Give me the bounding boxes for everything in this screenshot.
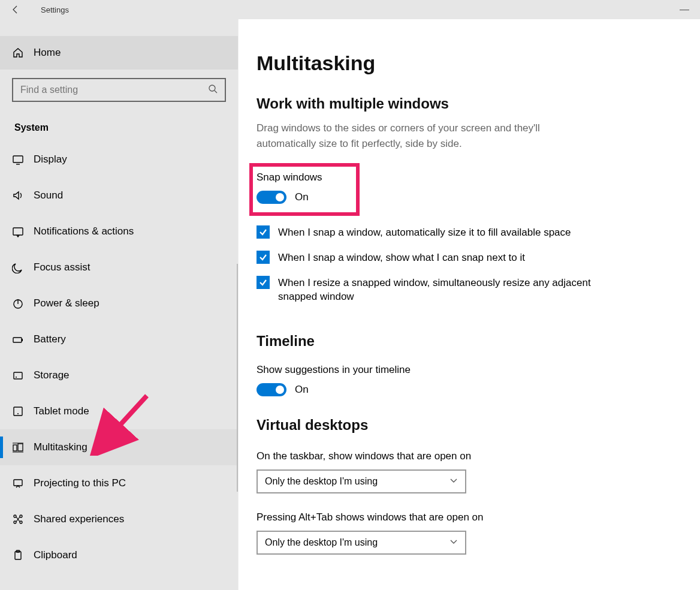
- notifications-icon: [12, 225, 34, 237]
- sidebar-item-label: Focus assist: [34, 261, 90, 273]
- sidebar: Home System DisplaySoundNotifications & …: [0, 19, 238, 590]
- multitasking-icon: [12, 441, 34, 453]
- sidebar-item-label: Shared experiences: [34, 513, 124, 525]
- sidebar-item-label: Storage: [34, 369, 70, 381]
- search-icon: [208, 84, 218, 96]
- vdesktops-dd1-label: On the taskbar, show windows that are op…: [257, 450, 678, 462]
- sidebar-item-tablet[interactable]: Tablet mode: [0, 393, 238, 429]
- sidebar-item-label: Display: [34, 153, 67, 165]
- svg-rect-24: [15, 552, 21, 559]
- clipboard-icon: [12, 549, 34, 561]
- snap-toggle-label: Snap windows: [257, 171, 322, 183]
- svg-rect-7: [13, 338, 22, 342]
- minimize-button[interactable]: —: [672, 4, 696, 15]
- sidebar-item-label: Sound: [34, 189, 63, 201]
- svg-point-0: [209, 85, 215, 91]
- sidebar-item-label: Multitasking: [34, 441, 88, 453]
- sidebar-nav: DisplaySoundNotifications & actionsFocus…: [0, 142, 238, 590]
- svg-point-10: [16, 377, 17, 378]
- window-title: Settings: [41, 5, 69, 14]
- sidebar-item-storage[interactable]: Storage: [0, 357, 238, 393]
- sidebar-item-label: Power & sleep: [34, 297, 99, 309]
- shared-icon: [12, 513, 34, 525]
- sidebar-home-label: Home: [34, 47, 61, 59]
- snap-checkbox-label: When I snap a window, show what I can sn…: [278, 251, 525, 265]
- snap-checkbox-0[interactable]: [257, 225, 270, 239]
- sidebar-item-clipboard[interactable]: Clipboard: [0, 537, 238, 573]
- vdesktops-dd2-value: Only the desktop I'm using: [265, 537, 378, 548]
- section-snap-description: Drag windows to the sides or corners of …: [257, 121, 592, 151]
- battery-icon: [12, 333, 34, 345]
- svg-line-1: [215, 91, 217, 93]
- focus-icon: [12, 261, 34, 273]
- section-vdesktops-heading: Virtual desktops: [257, 417, 678, 434]
- svg-point-19: [20, 515, 22, 517]
- sound-icon: [12, 189, 34, 201]
- sidebar-item-battery[interactable]: Battery: [0, 321, 238, 357]
- sidebar-item-sound[interactable]: Sound: [0, 177, 238, 213]
- snap-checkbox-1[interactable]: [257, 251, 270, 264]
- section-snap-heading: Work with multiple windows: [257, 95, 678, 112]
- chevron-down-icon: [449, 537, 458, 548]
- sidebar-item-label: Tablet mode: [34, 405, 89, 417]
- sidebar-item-focus[interactable]: Focus assist: [0, 249, 238, 285]
- sidebar-item-projecting[interactable]: Projecting to this PC: [0, 465, 238, 501]
- snap-toggle-state: On: [295, 191, 309, 203]
- svg-rect-4: [13, 228, 23, 235]
- svg-rect-9: [14, 372, 22, 379]
- title-bar: Settings —: [0, 0, 700, 19]
- timeline-toggle[interactable]: [257, 383, 286, 396]
- search-box[interactable]: [12, 78, 226, 102]
- home-icon: [12, 47, 34, 59]
- svg-rect-2: [13, 156, 23, 162]
- vdesktops-dd1-value: Only the desktop I'm using: [265, 476, 378, 487]
- storage-icon: [12, 369, 34, 381]
- snap-checkbox-2[interactable]: [257, 276, 270, 289]
- sidebar-group-label: System: [0, 102, 238, 142]
- sidebar-home[interactable]: Home: [0, 36, 238, 70]
- sidebar-item-label: Projecting to this PC: [34, 477, 126, 489]
- svg-point-18: [14, 515, 16, 517]
- snap-checkbox-label: When I snap a window, automatically size…: [278, 225, 571, 240]
- tablet-icon: [12, 405, 34, 417]
- sidebar-item-power[interactable]: Power & sleep: [0, 285, 238, 321]
- svg-point-12: [17, 413, 19, 414]
- svg-rect-14: [18, 444, 23, 451]
- sidebar-item-display[interactable]: Display: [0, 142, 238, 177]
- sidebar-item-multitasking[interactable]: Multitasking: [0, 429, 238, 465]
- vdesktops-dd2-label: Pressing Alt+Tab shows windows that are …: [257, 511, 678, 523]
- chevron-down-icon: [449, 476, 458, 487]
- content-pane: Multitasking Work with multiple windows …: [238, 19, 700, 590]
- display-icon: [12, 153, 34, 165]
- sidebar-item-label: Battery: [34, 333, 66, 345]
- sidebar-item-label: Notifications & actions: [34, 225, 134, 237]
- back-button[interactable]: [4, 5, 28, 14]
- timeline-toggle-label: Show suggestions in your timeline: [257, 364, 678, 376]
- sidebar-item-notifications[interactable]: Notifications & actions: [0, 213, 238, 249]
- section-timeline-heading: Timeline: [257, 333, 678, 350]
- snap-toggle[interactable]: [257, 191, 286, 204]
- svg-rect-17: [14, 480, 22, 486]
- snap-checkbox-label: When I resize a snapped window, simultan…: [278, 276, 628, 305]
- vdesktops-dd1[interactable]: Only the desktop I'm using: [257, 469, 466, 493]
- sidebar-item-label: Clipboard: [34, 549, 77, 561]
- sidebar-item-shared[interactable]: Shared experiences: [0, 501, 238, 537]
- snap-checkbox-row: When I snap a window, show what I can sn…: [257, 251, 628, 265]
- snap-checkbox-row: When I snap a window, automatically size…: [257, 225, 628, 240]
- search-input[interactable]: [20, 85, 208, 95]
- svg-point-21: [20, 521, 22, 523]
- projecting-icon: [12, 477, 34, 489]
- svg-point-20: [14, 521, 16, 523]
- svg-rect-8: [22, 339, 23, 341]
- power-icon: [12, 297, 34, 309]
- svg-rect-13: [13, 445, 17, 451]
- snap-checkbox-row: When I resize a snapped window, simultan…: [257, 276, 628, 305]
- vdesktops-dd2[interactable]: Only the desktop I'm using: [257, 531, 466, 555]
- timeline-toggle-state: On: [295, 384, 309, 396]
- page-title: Multitasking: [257, 52, 678, 75]
